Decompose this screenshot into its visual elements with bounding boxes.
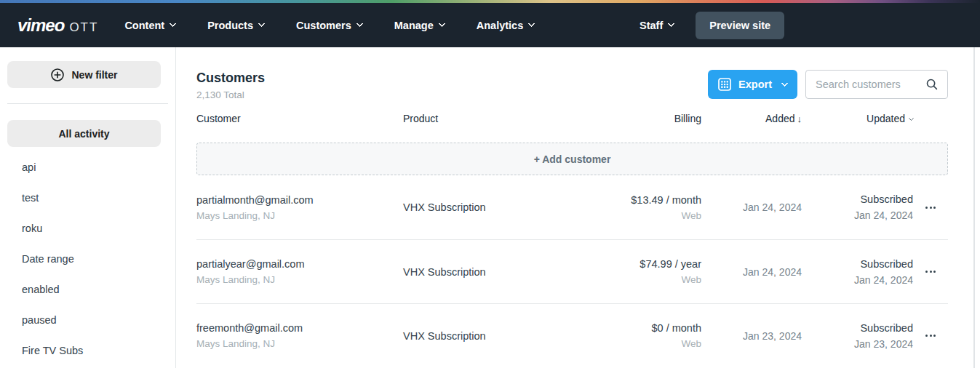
customer-location: Mays Landing, NJ (196, 338, 403, 349)
customer-location: Mays Landing, NJ (196, 274, 403, 285)
saved-filters-list: api test roku Date range enabled paused … (0, 152, 175, 366)
updated-date: Jan 24, 2024 (854, 209, 913, 221)
logo-suffix-text: OTT (69, 20, 98, 35)
logo-brand-text: vimeo (17, 15, 64, 36)
added-date: Jan 24, 2024 (701, 201, 802, 213)
add-customer-button[interactable]: + Add customer (196, 143, 948, 175)
customer-location: Mays Landing, NJ (196, 210, 403, 221)
filters-sidebar: New filter All activity api test roku Da… (0, 47, 176, 368)
customer-email[interactable]: freemonth@gmail.com (196, 322, 403, 334)
added-date: Jan 24, 2024 (701, 266, 802, 278)
chevron-down-icon (781, 79, 789, 87)
customer-cell: partialmonth@gmail.com Mays Landing, NJ (196, 194, 403, 221)
updated-cell: Subscribed Jan 24, 2024 (802, 193, 913, 221)
column-header-billing[interactable]: Billing (578, 113, 701, 124)
filter-item-paused[interactable]: paused (0, 305, 175, 335)
product-cell: VHX Subscription (403, 201, 578, 213)
table-row[interactable]: partialmonth@gmail.com Mays Landing, NJ … (196, 175, 948, 239)
staff-menu[interactable]: Staff (640, 20, 674, 31)
preview-site-button[interactable]: Preview site (696, 12, 784, 39)
billing-platform: Web (681, 210, 701, 221)
table-row[interactable]: partialyear@gmail.com Mays Landing, NJ V… (196, 239, 948, 303)
updated-date: Jan 24, 2024 (854, 274, 913, 286)
all-activity-button[interactable]: All activity (7, 120, 161, 147)
nav-item-content[interactable]: Content (124, 20, 175, 31)
filter-item-date-range[interactable]: Date range (0, 244, 175, 274)
column-header-label: Updated (867, 113, 905, 124)
updated-cell: Subscribed Jan 23, 2024 (802, 322, 913, 350)
chevron-down-icon (170, 20, 177, 28)
nav-item-label: Products (207, 20, 253, 31)
filter-item-roku[interactable]: roku (0, 213, 175, 244)
updated-date: Jan 23, 2024 (854, 338, 913, 350)
staff-menu-label: Staff (640, 20, 663, 31)
column-header-added[interactable]: Added ↓ (701, 113, 802, 124)
customer-cell: partialyear@gmail.com Mays Landing, NJ (196, 258, 403, 285)
product-cell: VHX Subscription (403, 266, 578, 278)
actions-cell (913, 266, 948, 277)
new-filter-label: New filter (71, 69, 117, 81)
filter-item-test[interactable]: test (0, 183, 175, 213)
customers-main: Customers 2,130 Total Export (176, 47, 980, 368)
nav-item-label: Analytics (477, 20, 523, 31)
primary-nav: Content Products Customers Manage Analyt… (124, 20, 534, 31)
filter-item-fire-tv-subs[interactable]: Fire TV Subs (0, 335, 175, 366)
subscription-status: Subscribed (860, 258, 913, 270)
billing-cell: $13.49 / month Web (578, 194, 701, 221)
billing-price: $13.49 / month (631, 194, 701, 206)
sidebar-divider (7, 103, 168, 104)
export-button-label: Export (738, 79, 772, 90)
column-header-label: Product (403, 113, 438, 124)
filter-item-enabled[interactable]: enabled (0, 274, 175, 305)
scrollbar-track[interactable] (973, 47, 975, 368)
subscription-status: Subscribed (860, 322, 913, 334)
customer-email[interactable]: partialmonth@gmail.com (196, 194, 403, 206)
nav-item-customers[interactable]: Customers (296, 20, 362, 31)
billing-price: $74.99 / year (640, 258, 701, 270)
column-header-label: Added (765, 113, 794, 124)
page: vimeo OTT Content Products Customers Man… (0, 0, 980, 368)
billing-cell: $0 / month Web (578, 322, 701, 349)
table-header-row: Customer Product Billing Added ↓ Updated (196, 113, 948, 124)
vimeo-ott-logo[interactable]: vimeo OTT (17, 15, 98, 36)
updated-cell: Subscribed Jan 24, 2024 (802, 258, 913, 286)
actions-cell (913, 330, 948, 341)
search-input[interactable] (816, 79, 925, 90)
chevron-down-icon (258, 20, 266, 28)
title-block: Customers 2,130 Total (196, 70, 265, 100)
billing-cell: $74.99 / year Web (578, 258, 701, 285)
nav-item-label: Manage (394, 20, 434, 31)
customer-cell: freemonth@gmail.com Mays Landing, NJ (196, 322, 403, 349)
rainbow-gradient-strip (0, 0, 980, 3)
billing-price: $0 / month (651, 322, 701, 334)
customer-email[interactable]: partialyear@gmail.com (196, 258, 403, 270)
column-header-updated[interactable]: Updated (802, 113, 913, 124)
billing-platform: Web (681, 338, 701, 349)
row-options-ellipsis-button[interactable] (923, 202, 939, 213)
grid-table-icon (718, 78, 731, 91)
chevron-down-icon (438, 20, 445, 28)
page-title: Customers (196, 70, 265, 86)
customers-total-count: 2,130 Total (196, 89, 265, 100)
row-options-ellipsis-button[interactable] (923, 266, 939, 277)
column-header-product[interactable]: Product (403, 113, 578, 124)
chevron-down-icon (668, 20, 675, 28)
search-box (805, 70, 948, 99)
row-options-ellipsis-button[interactable] (923, 330, 939, 341)
chevron-down-icon (528, 20, 535, 28)
subscription-status: Subscribed (860, 193, 913, 205)
search-icon[interactable] (925, 78, 939, 91)
nav-item-products[interactable]: Products (207, 20, 264, 31)
product-cell: VHX Subscription (403, 330, 578, 342)
new-filter-button[interactable]: New filter (7, 61, 161, 88)
top-navbar: vimeo OTT Content Products Customers Man… (0, 0, 980, 47)
export-button[interactable]: Export (708, 70, 797, 99)
nav-item-analytics[interactable]: Analytics (477, 20, 534, 31)
navbar-right-group: Staff Preview site (640, 3, 784, 47)
column-header-customer[interactable]: Customer (196, 113, 403, 124)
table-row[interactable]: freemonth@gmail.com Mays Landing, NJ VHX… (196, 303, 948, 367)
filter-item-api[interactable]: api (0, 152, 175, 183)
column-header-label: Billing (674, 113, 701, 124)
plus-circle-icon (50, 68, 65, 82)
nav-item-manage[interactable]: Manage (394, 20, 445, 31)
